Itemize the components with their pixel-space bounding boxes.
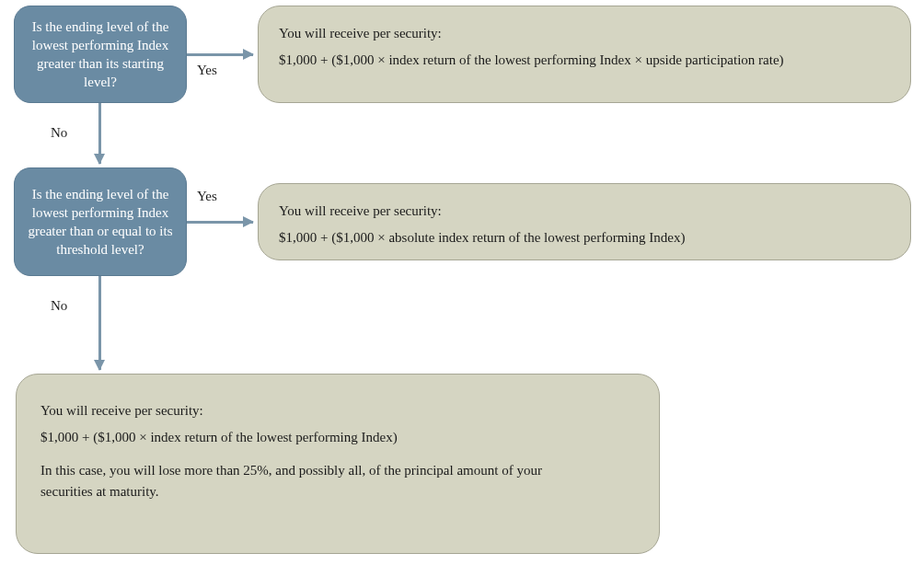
label-no-2: No (51, 298, 67, 314)
decision-2-text: Is the ending level of the lowest perfor… (24, 185, 177, 259)
result1-line1: You will receive per security: (279, 23, 890, 44)
decision-box-1: Is the ending level of the lowest perfor… (14, 6, 187, 103)
result-box-2: You will receive per security: $1,000 + … (258, 183, 911, 260)
decision-1-text: Is the ending level of the lowest perfor… (24, 17, 177, 92)
arrow-decision1-no (98, 103, 101, 164)
result2-line1: You will receive per security: (279, 201, 890, 222)
result3-line3: In this case, you will lose more than 25… (40, 460, 565, 502)
result-box-1: You will receive per security: $1,000 + … (258, 6, 911, 103)
result3-line1: You will receive per security: (40, 400, 635, 421)
label-yes-2: Yes (197, 189, 217, 204)
result-box-3: You will receive per security: $1,000 + … (16, 374, 660, 554)
arrow-decision2-yes (187, 221, 253, 224)
label-yes-1: Yes (197, 63, 217, 78)
result1-line2: $1,000 + ($1,000 × index return of the l… (279, 50, 890, 71)
arrow-decision1-yes (187, 53, 253, 56)
label-no-1: No (51, 125, 67, 141)
result2-line2: $1,000 + ($1,000 × absolute index return… (279, 227, 890, 248)
decision-box-2: Is the ending level of the lowest perfor… (14, 167, 187, 276)
arrow-decision2-no (98, 276, 101, 370)
result3-line2: $1,000 + ($1,000 × index return of the l… (40, 427, 635, 448)
